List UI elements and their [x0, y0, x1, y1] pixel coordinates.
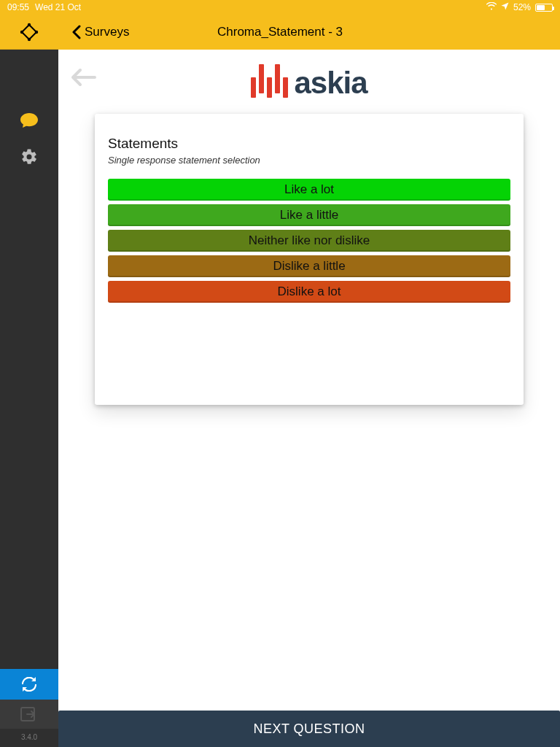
battery-pct: 52%	[513, 2, 531, 12]
exit-icon	[20, 707, 38, 721]
svg-point-1	[35, 30, 38, 33]
option-dislike-a-little[interactable]: Dislike a little	[108, 255, 510, 277]
sidebar-item-sync[interactable]	[0, 669, 58, 700]
next-question-button[interactable]: NEXT QUESTION	[58, 711, 560, 747]
option-like-a-little[interactable]: Like a little	[108, 204, 510, 226]
question-subtitle: Single response statement selection	[108, 155, 510, 166]
back-label: Surveys	[85, 25, 129, 39]
svg-point-0	[28, 23, 31, 26]
option-label: Like a lot	[284, 182, 334, 197]
chat-bubble-icon	[20, 112, 39, 128]
next-question-label: NEXT QUESTION	[253, 721, 365, 737]
battery-icon	[535, 4, 553, 12]
location-icon	[501, 2, 509, 12]
option-label: Neither like nor dislike	[249, 233, 370, 248]
sidebar-version: 3.4.0	[0, 729, 58, 747]
svg-point-2	[28, 37, 31, 40]
content-area: askia Statements Single response stateme…	[58, 50, 560, 747]
sidebar-item-surveys[interactable]	[0, 102, 58, 139]
status-date: Wed 21 Oct	[35, 2, 81, 12]
sidebar-item-settings[interactable]	[0, 139, 58, 175]
app-logo[interactable]	[0, 15, 58, 50]
sidebar-item-exit[interactable]	[0, 700, 58, 729]
askia-logo: askia	[70, 66, 548, 101]
askia-bars-icon	[251, 69, 288, 98]
status-time: 09:55	[7, 2, 29, 12]
question-title: Statements	[108, 136, 510, 152]
status-bar: 09:55 Wed 21 Oct 52%	[0, 0, 560, 15]
sync-icon	[20, 677, 38, 692]
option-neither[interactable]: Neither like nor dislike	[108, 230, 510, 252]
option-dislike-a-lot[interactable]: Dislike a lot	[108, 281, 510, 303]
app-header: Surveys Chroma_Statement - 3	[0, 15, 560, 50]
option-label: Like a little	[280, 208, 338, 222]
option-label: Dislike a lot	[278, 285, 341, 299]
wifi-icon	[486, 2, 497, 12]
sidebar: 3.4.0	[0, 50, 58, 747]
option-label: Dislike a little	[273, 259, 345, 274]
svg-point-3	[20, 30, 23, 33]
page-title: Chroma_Statement - 3	[217, 25, 343, 39]
chevron-left-icon	[71, 25, 82, 39]
askia-wordmark: askia	[294, 66, 367, 101]
back-button[interactable]: Surveys	[71, 25, 129, 39]
option-like-a-lot[interactable]: Like a lot	[108, 179, 510, 201]
gear-icon	[20, 148, 38, 166]
question-card: Statements Single response statement sel…	[95, 114, 524, 405]
